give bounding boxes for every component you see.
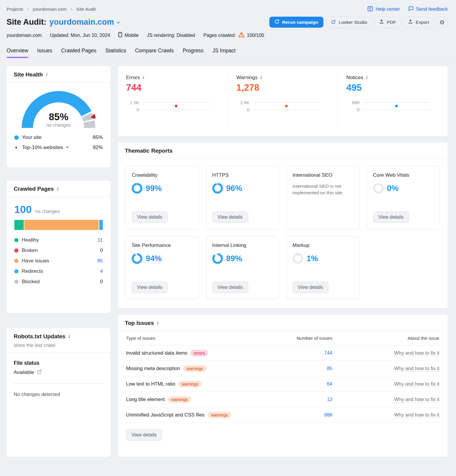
pdf-button[interactable]: PDF xyxy=(375,17,400,28)
tabs-bar: Overview Issues Crawled Pages Statistics… xyxy=(0,48,456,58)
spark-max-tick: 1.5K xyxy=(126,100,139,105)
settings-button[interactable]: ⚙ xyxy=(436,17,448,28)
issue-count-link[interactable]: 12 xyxy=(270,397,332,402)
why-how-to-fix-link[interactable]: Why and how to fix it xyxy=(394,350,439,356)
why-how-to-fix-link[interactable]: Why and how to fix it xyxy=(394,412,439,418)
spark-min-tick: 0 xyxy=(346,107,359,112)
spark-line xyxy=(143,109,209,110)
breadcrumb: Projects yourdomain.com Site Audit xyxy=(7,7,96,12)
tab-js-impact[interactable]: JS Impact xyxy=(213,48,236,58)
view-details-button[interactable]: View details xyxy=(212,282,248,293)
issue-count-link[interactable]: 85 xyxy=(270,366,332,371)
info-icon[interactable]: i xyxy=(56,187,58,191)
crawled-legend-value: 0 xyxy=(100,248,103,253)
right-column: Errors i 744 1.5K 0 Warnings xyxy=(118,66,448,457)
meta-updated: Updated: Mon, Jun 10, 2024 xyxy=(50,33,110,38)
breadcrumb-site-audit[interactable]: Site Audit xyxy=(76,7,96,12)
donut-chart-icon xyxy=(212,183,223,194)
info-icon[interactable]: i xyxy=(366,76,367,80)
tab-overview[interactable]: Overview xyxy=(7,48,28,58)
tab-progress[interactable]: Progress xyxy=(183,48,204,58)
stat-value[interactable]: 495 xyxy=(346,83,439,92)
chevron-right-icon xyxy=(70,7,73,11)
crawled-bar-segment[interactable] xyxy=(24,220,99,230)
robots-no-changes: No changes detected xyxy=(14,392,103,397)
crawled-legend-value[interactable]: 11 xyxy=(98,237,103,243)
legend-row-healthy: Healthy 11 xyxy=(14,237,103,243)
site-audit-page: Projects yourdomain.com Site Audit Help … xyxy=(0,0,456,466)
legend-row-redirects: Redirects 4 xyxy=(14,268,103,274)
view-details-button[interactable]: View details xyxy=(293,282,328,293)
crawled-bar-segment[interactable] xyxy=(14,220,24,230)
crawled-bar-segment[interactable] xyxy=(99,220,103,230)
send-feedback-link[interactable]: Send feedback xyxy=(408,6,448,12)
issue-count-link[interactable]: 64 xyxy=(270,381,332,387)
upload-icon xyxy=(408,19,413,25)
crawled-total-sub: no changes xyxy=(35,209,60,214)
donut-chart-icon xyxy=(293,253,303,264)
stat-value[interactable]: 744 xyxy=(126,83,219,92)
why-how-to-fix-link[interactable]: Why and how to fix it xyxy=(394,366,439,372)
table-row: Invalid structured data items errors 744… xyxy=(126,345,439,361)
tab-compare-crawls[interactable]: Compare Crawls xyxy=(135,48,174,58)
export-button[interactable]: Export xyxy=(403,17,433,28)
tab-crawled-pages[interactable]: Crawled Pages xyxy=(61,48,97,58)
red-triangle-down-icon: ▼ xyxy=(14,145,19,150)
stat-value[interactable]: 1,278 xyxy=(236,83,329,92)
legend-row-blocked: Blocked 0 xyxy=(14,279,103,285)
issue-count-link[interactable]: 888 xyxy=(270,412,332,418)
view-details-button[interactable]: View details xyxy=(132,212,168,223)
stat-spark: 2.6K 0 xyxy=(236,99,320,113)
mobile-phone-icon xyxy=(118,32,122,39)
donut-chart-icon xyxy=(373,183,384,194)
crawled-legend-dot xyxy=(14,280,18,284)
table-row: Missing meta description warnings 85 Why… xyxy=(126,361,439,376)
crawled-pages-bar xyxy=(14,220,103,230)
view-details-button[interactable]: View details xyxy=(373,212,409,223)
help-center-link[interactable]: Help center xyxy=(367,6,400,12)
issue-count-link[interactable]: 744 xyxy=(270,350,332,356)
file-status-value: Available xyxy=(14,369,103,376)
view-details-button[interactable]: View details xyxy=(212,212,248,223)
tab-issues[interactable]: Issues xyxy=(37,48,52,58)
info-icon[interactable]: i xyxy=(260,76,262,80)
crawled-pages-legend: Healthy 11 Broken 0 Have issues 85 xyxy=(14,237,103,285)
thematic-card-markup: Markup 1% View details xyxy=(286,236,360,299)
crawled-legend-value[interactable]: 85 xyxy=(97,258,103,264)
table-row: Low text to HTML ratio warnings 64 Why a… xyxy=(126,376,439,392)
domain-dropdown[interactable]: yourdomain.com xyxy=(49,18,120,27)
book-icon xyxy=(367,6,373,12)
view-details-button[interactable]: View details xyxy=(132,282,168,293)
info-icon[interactable]: i xyxy=(68,334,70,339)
breadcrumb-projects[interactable]: Projects xyxy=(7,7,23,12)
crawled-legend-dot xyxy=(14,238,18,242)
tab-statistics[interactable]: Statistics xyxy=(105,48,126,58)
issue-name: Invalid structured data items xyxy=(126,350,187,356)
info-icon[interactable]: i xyxy=(45,73,47,77)
rerun-campaign-button[interactable]: Rerun campaign xyxy=(269,17,323,28)
top10-dropdown[interactable]: Top-10% websites xyxy=(22,145,69,151)
crawled-pages-title: Crawled Pages i xyxy=(14,186,103,192)
spark-max-tick: 2.6K xyxy=(236,100,249,105)
issue-name: Unminified JavaScript and CSS files xyxy=(126,412,205,418)
crawled-pages-card: Crawled Pages i 100 no changes xyxy=(7,181,111,313)
crawled-legend-value[interactable]: 4 xyxy=(100,268,103,274)
looker-studio-button[interactable]: Looker Studio xyxy=(326,17,372,28)
why-how-to-fix-link[interactable]: Why and how to fix it xyxy=(394,381,439,387)
info-icon[interactable]: i xyxy=(157,321,158,325)
site-health-score-sub: no changes xyxy=(22,123,95,128)
column-type-of-issues: Type of issues xyxy=(126,336,270,341)
info-icon[interactable]: i xyxy=(142,76,144,80)
errors-stat: Errors i 744 1.5K 0 xyxy=(118,75,228,129)
site-health-score: 85% xyxy=(22,112,95,122)
meta-js-rendering: JS rendering: Disabled xyxy=(147,33,195,38)
why-how-to-fix-link[interactable]: Why and how to fix it xyxy=(394,397,439,403)
stat-spark: 1.5K 0 xyxy=(126,99,209,113)
breadcrumb-domain[interactable]: yourdomain.com xyxy=(33,7,67,12)
table-row: Unminified JavaScript and CSS files warn… xyxy=(126,407,439,423)
upload-icon xyxy=(379,19,384,25)
view-details-button[interactable]: View details xyxy=(126,429,162,441)
meta-row: yourdomain.com Updated: Mon, Jun 10, 202… xyxy=(7,32,448,39)
robots-title: Robots.txt Updates i xyxy=(14,333,103,340)
external-link-icon[interactable] xyxy=(37,369,42,376)
